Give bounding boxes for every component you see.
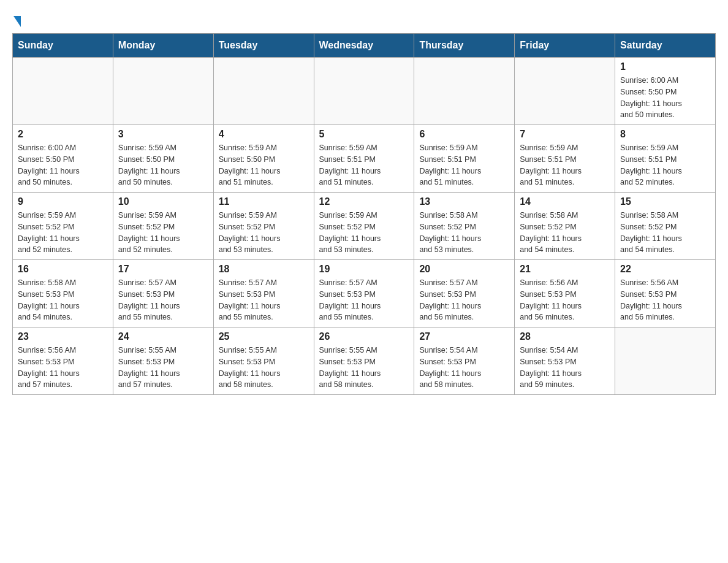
calendar-cell (515, 58, 615, 125)
day-info: Sunrise: 5:59 AM Sunset: 5:51 PM Dayligh… (520, 142, 610, 188)
day-number: 17 (118, 264, 208, 275)
day-info: Sunrise: 5:57 AM Sunset: 5:53 PM Dayligh… (219, 277, 309, 323)
page-header (12, 12, 716, 27)
calendar-cell: 4Sunrise: 5:59 AM Sunset: 5:50 PM Daylig… (213, 125, 314, 193)
calendar-cell: 28Sunrise: 5:54 AM Sunset: 5:53 PM Dayli… (515, 327, 615, 395)
day-info: Sunrise: 5:58 AM Sunset: 5:53 PM Dayligh… (18, 277, 108, 323)
day-info: Sunrise: 5:57 AM Sunset: 5:53 PM Dayligh… (419, 277, 509, 323)
calendar-cell: 16Sunrise: 5:58 AM Sunset: 5:53 PM Dayli… (13, 260, 113, 327)
weekday-header-thursday: Thursday (414, 34, 515, 58)
day-number: 25 (219, 331, 309, 342)
day-number: 16 (18, 264, 108, 275)
weekday-header-monday: Monday (113, 34, 213, 58)
day-number: 13 (419, 196, 509, 207)
calendar-cell: 6Sunrise: 5:59 AM Sunset: 5:51 PM Daylig… (414, 125, 515, 193)
calendar-cell (314, 58, 414, 125)
day-info: Sunrise: 5:59 AM Sunset: 5:52 PM Dayligh… (219, 210, 309, 256)
day-info: Sunrise: 5:56 AM Sunset: 5:53 PM Dayligh… (520, 277, 610, 323)
calendar-cell: 12Sunrise: 5:59 AM Sunset: 5:52 PM Dayli… (314, 193, 414, 260)
calendar-cell: 10Sunrise: 5:59 AM Sunset: 5:52 PM Dayli… (113, 193, 213, 260)
weekday-header-tuesday: Tuesday (213, 34, 314, 58)
day-number: 23 (18, 331, 108, 342)
calendar-week-3: 9Sunrise: 5:59 AM Sunset: 5:52 PM Daylig… (13, 193, 716, 260)
day-info: Sunrise: 6:00 AM Sunset: 5:50 PM Dayligh… (18, 142, 108, 188)
calendar-cell: 11Sunrise: 5:59 AM Sunset: 5:52 PM Dayli… (213, 193, 314, 260)
day-number: 12 (319, 196, 409, 207)
calendar-week-5: 23Sunrise: 5:56 AM Sunset: 5:53 PM Dayli… (13, 327, 716, 395)
day-info: Sunrise: 5:56 AM Sunset: 5:53 PM Dayligh… (18, 345, 108, 391)
day-info: Sunrise: 5:54 AM Sunset: 5:53 PM Dayligh… (520, 345, 610, 391)
calendar-cell: 7Sunrise: 5:59 AM Sunset: 5:51 PM Daylig… (515, 125, 615, 193)
calendar-cell: 15Sunrise: 5:58 AM Sunset: 5:52 PM Dayli… (615, 193, 716, 260)
day-number: 2 (18, 129, 108, 140)
calendar-cell (615, 327, 716, 395)
day-number: 27 (419, 331, 509, 342)
calendar-cell: 25Sunrise: 5:55 AM Sunset: 5:53 PM Dayli… (213, 327, 314, 395)
weekday-header-saturday: Saturday (615, 34, 716, 58)
calendar-cell: 9Sunrise: 5:59 AM Sunset: 5:52 PM Daylig… (13, 193, 113, 260)
day-info: Sunrise: 5:55 AM Sunset: 5:53 PM Dayligh… (219, 345, 309, 391)
day-info: Sunrise: 5:57 AM Sunset: 5:53 PM Dayligh… (319, 277, 409, 323)
day-number: 22 (620, 264, 710, 275)
weekday-header-friday: Friday (515, 34, 615, 58)
day-info: Sunrise: 5:58 AM Sunset: 5:52 PM Dayligh… (520, 210, 610, 256)
calendar-cell: 20Sunrise: 5:57 AM Sunset: 5:53 PM Dayli… (414, 260, 515, 327)
calendar-cell: 27Sunrise: 5:54 AM Sunset: 5:53 PM Dayli… (414, 327, 515, 395)
calendar-cell: 2Sunrise: 6:00 AM Sunset: 5:50 PM Daylig… (13, 125, 113, 193)
calendar-cell: 17Sunrise: 5:57 AM Sunset: 5:53 PM Dayli… (113, 260, 213, 327)
day-number: 3 (118, 129, 208, 140)
day-info: Sunrise: 5:54 AM Sunset: 5:53 PM Dayligh… (419, 345, 509, 391)
calendar-cell: 14Sunrise: 5:58 AM Sunset: 5:52 PM Dayli… (515, 193, 615, 260)
day-number: 9 (18, 196, 108, 207)
calendar-cell: 26Sunrise: 5:55 AM Sunset: 5:53 PM Dayli… (314, 327, 414, 395)
calendar-week-1: 1Sunrise: 6:00 AM Sunset: 5:50 PM Daylig… (13, 58, 716, 125)
day-number: 21 (520, 264, 610, 275)
day-number: 6 (419, 129, 509, 140)
logo (12, 18, 21, 27)
logo-arrow-icon (13, 16, 21, 27)
day-number: 19 (319, 264, 409, 275)
day-info: Sunrise: 5:59 AM Sunset: 5:51 PM Dayligh… (319, 142, 409, 188)
day-info: Sunrise: 5:59 AM Sunset: 5:50 PM Dayligh… (219, 142, 309, 188)
day-info: Sunrise: 5:55 AM Sunset: 5:53 PM Dayligh… (118, 345, 208, 391)
calendar-week-2: 2Sunrise: 6:00 AM Sunset: 5:50 PM Daylig… (13, 125, 716, 193)
day-info: Sunrise: 5:58 AM Sunset: 5:52 PM Dayligh… (419, 210, 509, 256)
day-number: 10 (118, 196, 208, 207)
day-info: Sunrise: 5:59 AM Sunset: 5:52 PM Dayligh… (118, 210, 208, 256)
day-number: 24 (118, 331, 208, 342)
day-info: Sunrise: 5:56 AM Sunset: 5:53 PM Dayligh… (620, 277, 710, 323)
day-number: 28 (520, 331, 610, 342)
day-number: 11 (219, 196, 309, 207)
calendar-cell: 21Sunrise: 5:56 AM Sunset: 5:53 PM Dayli… (515, 260, 615, 327)
day-number: 8 (620, 129, 710, 140)
day-info: Sunrise: 5:58 AM Sunset: 5:52 PM Dayligh… (620, 210, 710, 256)
day-number: 1 (620, 61, 710, 72)
day-info: Sunrise: 5:59 AM Sunset: 5:51 PM Dayligh… (620, 142, 710, 188)
calendar-cell (113, 58, 213, 125)
day-info: Sunrise: 5:59 AM Sunset: 5:52 PM Dayligh… (18, 210, 108, 256)
day-number: 4 (219, 129, 309, 140)
calendar-cell: 1Sunrise: 6:00 AM Sunset: 5:50 PM Daylig… (615, 58, 716, 125)
calendar-cell: 8Sunrise: 5:59 AM Sunset: 5:51 PM Daylig… (615, 125, 716, 193)
day-number: 20 (419, 264, 509, 275)
day-number: 14 (520, 196, 610, 207)
calendar-cell: 22Sunrise: 5:56 AM Sunset: 5:53 PM Dayli… (615, 260, 716, 327)
calendar-week-4: 16Sunrise: 5:58 AM Sunset: 5:53 PM Dayli… (13, 260, 716, 327)
calendar-cell (13, 58, 113, 125)
calendar-cell (414, 58, 515, 125)
calendar-cell: 19Sunrise: 5:57 AM Sunset: 5:53 PM Dayli… (314, 260, 414, 327)
day-info: Sunrise: 5:59 AM Sunset: 5:51 PM Dayligh… (419, 142, 509, 188)
day-number: 18 (219, 264, 309, 275)
day-number: 7 (520, 129, 610, 140)
weekday-header-wednesday: Wednesday (314, 34, 414, 58)
day-number: 15 (620, 196, 710, 207)
day-number: 26 (319, 331, 409, 342)
day-info: Sunrise: 5:59 AM Sunset: 5:52 PM Dayligh… (319, 210, 409, 256)
day-number: 5 (319, 129, 409, 140)
calendar-cell (213, 58, 314, 125)
day-info: Sunrise: 5:59 AM Sunset: 5:50 PM Dayligh… (118, 142, 208, 188)
day-info: Sunrise: 5:57 AM Sunset: 5:53 PM Dayligh… (118, 277, 208, 323)
calendar-cell: 3Sunrise: 5:59 AM Sunset: 5:50 PM Daylig… (113, 125, 213, 193)
weekday-header-row: SundayMondayTuesdayWednesdayThursdayFrid… (13, 34, 716, 58)
day-info: Sunrise: 5:55 AM Sunset: 5:53 PM Dayligh… (319, 345, 409, 391)
